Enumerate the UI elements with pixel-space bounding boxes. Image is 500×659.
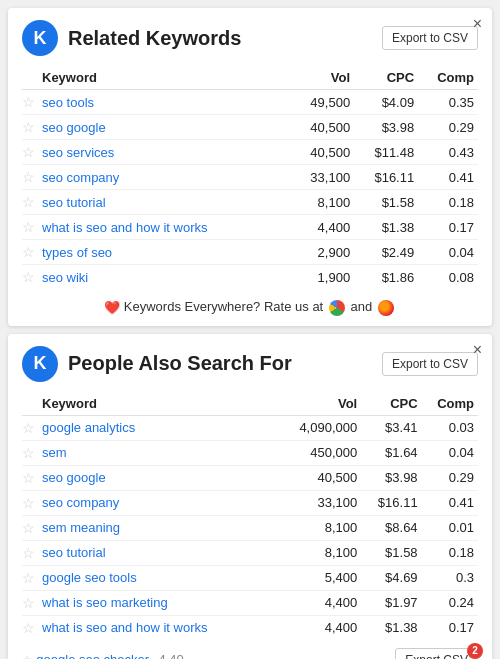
keyword-cell: types of seo <box>42 240 290 265</box>
comp-cell: 0.18 <box>422 540 478 565</box>
heart-icon: ❤️ <box>104 300 120 315</box>
cpc-cell: $4.09 <box>354 90 418 115</box>
cpc-cell: $3.41 <box>361 415 421 440</box>
rate-text: Keywords Everywhere? Rate us at <box>124 299 323 314</box>
last-star: ☆ <box>22 653 33 659</box>
keyword-cell: google analytics <box>42 415 276 440</box>
people-also-search-table: Keyword Vol CPC Comp ☆ google analytics … <box>22 392 478 640</box>
star-col-header <box>22 66 42 90</box>
table-row: ☆ seo wiki 1,900 $1.86 0.08 <box>22 265 478 290</box>
vol-cell: 1,900 <box>290 265 354 290</box>
cpc-cell: $1.58 <box>361 540 421 565</box>
table-row: ☆ seo tutorial 8,100 $1.58 0.18 <box>22 540 478 565</box>
star-cell[interactable]: ☆ <box>22 540 42 565</box>
comp-col-header-2: Comp <box>422 392 478 416</box>
keyword-cell: what is seo and how it works <box>42 215 290 240</box>
cpc-col-header-2: CPC <box>361 392 421 416</box>
cpc-col-header: CPC <box>354 66 418 90</box>
google-seo-checker-link[interactable]: google seo checker <box>36 652 149 659</box>
keyword-cell: seo wiki <box>42 265 290 290</box>
table-header-row-2: Keyword Vol CPC Comp <box>22 392 478 416</box>
cpc-cell: $1.38 <box>354 215 418 240</box>
cpc-cell: $3.98 <box>354 115 418 140</box>
star-cell[interactable]: ☆ <box>22 165 42 190</box>
export-csv-button-1[interactable]: Export to CSV <box>382 26 478 50</box>
firefox-icon <box>378 300 394 316</box>
table-row: ☆ seo tools 49,500 $4.09 0.35 <box>22 90 478 115</box>
cpc-cell: $1.58 <box>354 190 418 215</box>
cpc-cell: $16.11 <box>354 165 418 190</box>
cpc-cell: $1.38 <box>361 615 421 640</box>
comp-cell: 0.04 <box>422 440 478 465</box>
cpc-cell: $11.48 <box>354 140 418 165</box>
table-row: ☆ types of seo 2,900 $2.49 0.04 <box>22 240 478 265</box>
cpc-cell: $8.64 <box>361 515 421 540</box>
comp-col-header: Comp <box>418 66 478 90</box>
chrome-icon <box>329 300 345 316</box>
cpc-cell: $1.64 <box>361 440 421 465</box>
star-cell[interactable]: ☆ <box>22 440 42 465</box>
table-row: ☆ seo services 40,500 $11.48 0.43 <box>22 140 478 165</box>
table-row: ☆ sem 450,000 $1.64 0.04 <box>22 440 478 465</box>
star-cell[interactable]: ☆ <box>22 215 42 240</box>
comp-cell: 0.3 <box>422 565 478 590</box>
keyword-cell: seo company <box>42 165 290 190</box>
star-cell[interactable]: ☆ <box>22 90 42 115</box>
rate-bar: ❤️ Keywords Everywhere? Rate us at and <box>22 299 478 316</box>
table-header-row: Keyword Vol CPC Comp <box>22 66 478 90</box>
vol-cell: 4,090,000 <box>276 415 361 440</box>
table-row: ☆ what is seo marketing 4,400 $1.97 0.24 <box>22 590 478 615</box>
people-also-search-panel: × K People Also Search For Export to CSV… <box>8 334 492 659</box>
vol-cell: 8,100 <box>276 540 361 565</box>
comp-cell: 0.04 <box>418 240 478 265</box>
comp-cell: 0.17 <box>418 215 478 240</box>
keyword-cell: seo google <box>42 465 276 490</box>
table-row: ☆ what is seo and how it works 4,400 $1.… <box>22 215 478 240</box>
cpc-cell: $1.86 <box>354 265 418 290</box>
comp-cell: 0.29 <box>422 465 478 490</box>
vol-cell: 40,500 <box>276 465 361 490</box>
comp-cell: 0.41 <box>422 490 478 515</box>
star-cell[interactable]: ☆ <box>22 115 42 140</box>
vol-cell: 8,100 <box>290 190 354 215</box>
rate-and: and <box>350 299 372 314</box>
panel2-header: K People Also Search For Export to CSV <box>22 346 478 382</box>
keyword-cell: sem <box>42 440 276 465</box>
star-cell[interactable]: ☆ <box>22 565 42 590</box>
cpc-cell: $4.69 <box>361 565 421 590</box>
star-cell[interactable]: ☆ <box>22 590 42 615</box>
star-cell[interactable]: ☆ <box>22 415 42 440</box>
keyword-cell: seo tools <box>42 90 290 115</box>
comp-cell: 0.24 <box>422 590 478 615</box>
vol-cell: 49,500 <box>290 90 354 115</box>
k-logo-1: K <box>22 20 58 56</box>
table-row: ☆ what is seo and how it works 4,400 $1.… <box>22 615 478 640</box>
export-csv-button-2[interactable]: Export to CSV <box>382 352 478 376</box>
export-csv-button-bottom[interactable]: Export CSV 2 <box>395 648 478 659</box>
table-row: ☆ seo google 40,500 $3.98 0.29 <box>22 115 478 140</box>
star-cell[interactable]: ☆ <box>22 490 42 515</box>
star-cell[interactable]: ☆ <box>22 240 42 265</box>
vol-cell: 33,100 <box>290 165 354 190</box>
close-button-1[interactable]: × <box>473 16 482 32</box>
keyword-cell: seo company <box>42 490 276 515</box>
keyword-cell: google seo tools <box>42 565 276 590</box>
close-button-2[interactable]: × <box>473 342 482 358</box>
star-cell[interactable]: ☆ <box>22 515 42 540</box>
panel2-title-group: K People Also Search For <box>22 346 292 382</box>
k-logo-2: K <box>22 346 58 382</box>
cpc-cell: $3.98 <box>361 465 421 490</box>
star-cell[interactable]: ☆ <box>22 615 42 640</box>
star-cell[interactable]: ☆ <box>22 465 42 490</box>
star-cell[interactable]: ☆ <box>22 190 42 215</box>
keyword-col-header: Keyword <box>42 66 290 90</box>
vol-col-header-2: Vol <box>276 392 361 416</box>
truncated-row: ☆ google seo checker 4,40 <box>22 652 395 659</box>
star-cell[interactable]: ☆ <box>22 265 42 290</box>
keyword-cell: seo google <box>42 115 290 140</box>
comp-cell: 0.01 <box>422 515 478 540</box>
panel2-title: People Also Search For <box>68 352 292 375</box>
star-cell[interactable]: ☆ <box>22 140 42 165</box>
comp-cell: 0.18 <box>418 190 478 215</box>
vol-cell: 4,400 <box>290 215 354 240</box>
